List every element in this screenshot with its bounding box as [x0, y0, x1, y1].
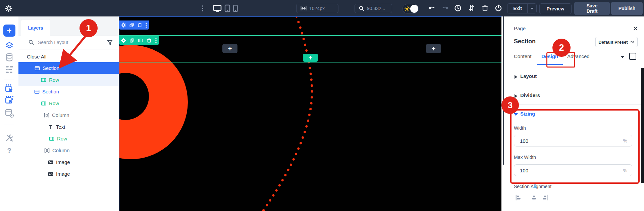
undo-icon[interactable]	[428, 5, 436, 11]
add-column-button[interactable]: +	[426, 44, 441, 53]
exit-button[interactable]: Exit	[507, 3, 537, 13]
tab-content[interactable]: Content	[514, 53, 532, 59]
builder-settings-gear-icon[interactable]	[5, 5, 12, 12]
layer-row-section[interactable]: Section	[18, 86, 119, 97]
power-portability-icon[interactable]	[495, 4, 502, 12]
help-icon[interactable]: ?	[7, 147, 11, 155]
width-input[interactable]	[519, 135, 604, 147]
left-icon-sidebar: + ?	[0, 16, 19, 211]
top-toolbar: 1024px 90.332... Exit	[0, 0, 644, 16]
chevron-right-icon	[515, 75, 517, 79]
layer-row-image[interactable]: Image	[18, 156, 119, 168]
panel-scrollbar[interactable]	[641, 68, 644, 183]
tab-advanced[interactable]: Advanced	[567, 53, 590, 59]
section-settings-gear-icon[interactable]	[121, 23, 126, 28]
canvas-width-input[interactable]: 1024px	[296, 4, 338, 13]
layer-row-column[interactable]: Column	[18, 109, 119, 121]
row-toolbar	[119, 36, 159, 45]
sort-arrows-icon[interactable]	[468, 4, 475, 12]
accordion-label: Sizing	[520, 111, 535, 117]
filter-funnel-icon[interactable]	[107, 40, 113, 45]
max-width-input[interactable]	[519, 165, 604, 176]
layers-tabbar: Layers	[18, 16, 119, 36]
publish-button[interactable]: Publish	[611, 2, 643, 15]
duplicate-icon[interactable]	[129, 23, 134, 28]
exit-chevron-down-icon[interactable]	[530, 8, 534, 10]
layer-label: Section	[43, 65, 59, 71]
light-dark-toggle[interactable]	[402, 4, 419, 13]
trash-icon[interactable]	[482, 4, 488, 12]
layer-row-column[interactable]: Column	[18, 144, 119, 156]
layer-row-section[interactable]: Section	[18, 62, 119, 74]
align-left-icon[interactable]	[515, 194, 522, 202]
columns-layout-icon[interactable]	[138, 38, 143, 43]
layer-row-row[interactable]: Row	[18, 133, 119, 144]
annotation-step-1: 1	[79, 19, 98, 37]
sun-icon	[405, 6, 410, 11]
canvas-width-value: 1024px	[309, 6, 325, 11]
more-dots-icon[interactable]	[145, 23, 147, 28]
zoom-level-input[interactable]: 90.332...	[355, 4, 392, 13]
tab-layers[interactable]: Layers	[21, 19, 50, 36]
accordion-sizing[interactable]: Sizing	[520, 111, 535, 117]
add-row-button[interactable]: +	[303, 54, 318, 62]
publish-label: Publish	[619, 6, 636, 11]
insert-select-icon[interactable]	[5, 84, 14, 93]
layers-search-row	[18, 36, 119, 49]
accordion-layout[interactable]: Layout	[520, 73, 537, 79]
column-icon	[44, 113, 49, 118]
row-settings-gear-icon[interactable]	[121, 38, 126, 43]
module-settings-icon[interactable]	[5, 109, 14, 118]
panel-drag-divider[interactable]	[503, 16, 504, 165]
tab-label: Advanced	[567, 53, 590, 59]
preview-button[interactable]: Preview	[539, 3, 572, 14]
row-icon	[49, 136, 54, 141]
search-layout-input[interactable]	[37, 39, 104, 45]
builder-canvas[interactable]: + + +	[119, 16, 501, 211]
toolbar-drag-dots-icon[interactable]	[201, 5, 204, 12]
divider	[504, 104, 644, 105]
layer-label: Image	[56, 171, 70, 177]
chevron-down-icon[interactable]	[621, 56, 625, 58]
tablet-view-icon[interactable]	[224, 4, 231, 12]
desktop-view-icon[interactable]	[213, 4, 222, 13]
layer-label: Row	[49, 77, 59, 83]
section-outline-left	[119, 16, 119, 211]
close-icon[interactable]: ✕	[633, 25, 638, 33]
align-right-icon[interactable]	[541, 194, 548, 202]
add-column-button[interactable]: +	[222, 44, 237, 53]
redo-icon[interactable]	[441, 5, 449, 11]
accordion-label: Layout	[520, 73, 537, 79]
layer-row-row[interactable]: Row	[18, 74, 119, 86]
accordion-dividers[interactable]: Dividers	[520, 92, 540, 98]
close-all-button[interactable]: Close All	[27, 51, 46, 62]
database-icon[interactable]	[5, 53, 14, 62]
align-center-icon[interactable]	[530, 194, 538, 202]
tools-icon[interactable]	[5, 133, 14, 142]
more-dots-icon[interactable]	[155, 38, 157, 43]
divider	[504, 85, 644, 85]
chevron-down-icon	[514, 113, 518, 116]
duplicate-icon[interactable]	[129, 38, 135, 43]
phone-view-icon[interactable]	[233, 5, 238, 12]
app-window: 1024px 90.332... Exit	[0, 0, 644, 211]
layers-icon[interactable]	[5, 41, 14, 50]
close-all-label: Close All	[27, 54, 46, 59]
trash-icon[interactable]	[137, 23, 142, 28]
history-clock-icon[interactable]	[454, 4, 462, 12]
button-divider	[527, 4, 528, 13]
multi-select-icon[interactable]	[5, 95, 14, 104]
layer-row-image[interactable]: Image	[18, 168, 119, 180]
expand-panel-icon[interactable]	[629, 53, 636, 60]
layer-row-row[interactable]: Row	[18, 97, 119, 109]
trash-icon[interactable]	[147, 38, 152, 43]
column-icon	[44, 148, 50, 153]
add-module-button[interactable]: +	[3, 25, 15, 37]
dotted-arc-decoration	[119, 16, 501, 211]
default-preset-button[interactable]: Default Preset	[595, 37, 638, 47]
field-list-icon[interactable]	[5, 66, 14, 74]
layer-row-text[interactable]: Text	[18, 121, 119, 133]
plus-icon: +	[309, 54, 313, 61]
section-alignment-label: Section Alignment	[514, 184, 551, 189]
save-draft-button[interactable]: Save Draft	[574, 2, 610, 15]
